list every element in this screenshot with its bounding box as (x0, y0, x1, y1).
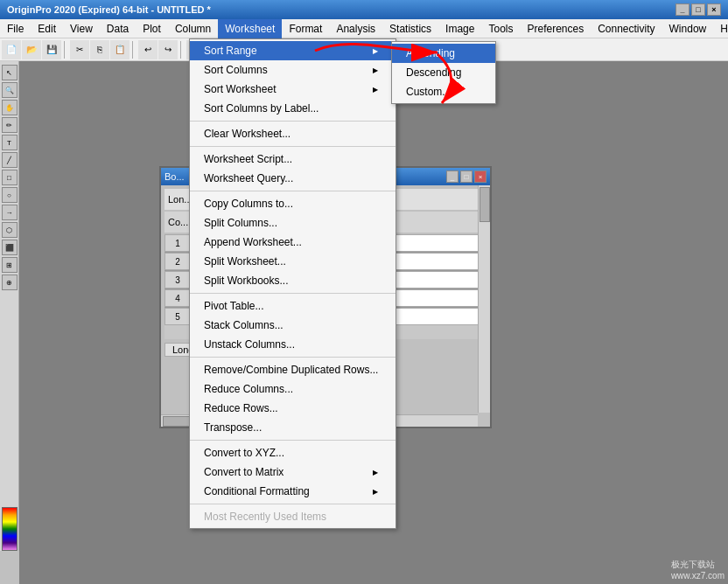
menu-image[interactable]: Image (438, 19, 481, 38)
tool-text[interactable]: T (2, 135, 18, 150)
menu-sort-worksheet[interactable]: Sort Worksheet (190, 80, 396, 99)
sort-descending[interactable]: Descending (392, 63, 495, 82)
watermark-url: www.xz7.com (671, 571, 724, 581)
menu-most-recently: Most Recently Used Items (190, 507, 396, 526)
watermark-logo: 极光下载站 (671, 559, 724, 571)
tool-poly[interactable]: ⬡ (2, 222, 18, 238)
tb-sep3 (180, 41, 184, 59)
menu-unstack-columns[interactable]: Unstack Columns... (190, 335, 396, 354)
menu-copy-columns[interactable]: Copy Columns to... (190, 194, 396, 213)
menu-format[interactable]: Format (282, 19, 329, 38)
ws-maximize[interactable]: □ (460, 170, 472, 183)
menu-pivot-table[interactable]: Pivot Table... (190, 296, 396, 316)
menu-tools[interactable]: Tools (481, 19, 520, 38)
maximize-button[interactable]: □ (691, 3, 705, 16)
tb-undo[interactable]: ↩ (138, 40, 158, 59)
sort-range-submenu: Ascending Descending Custom... (391, 41, 496, 104)
ws-minimize[interactable]: _ (446, 170, 458, 183)
title-text: OriginPro 2020 (Expired) 64-bit - UNTITL… (7, 4, 676, 15)
tb-sep1 (64, 41, 67, 59)
tb-redo[interactable]: ↪ (158, 40, 178, 59)
left-panel: ↖ 🔍 ✋ ✏ T ╱ □ ○ → ⬡ ⬛ ⊞ ⊕ (0, 61, 19, 551)
tb-save[interactable]: 💾 (42, 40, 61, 59)
worksheet-dropdown: Sort Range Ascending Descending Custom..… (189, 38, 396, 529)
title-bar: OriginPro 2020 (Expired) 64-bit - UNTITL… (0, 0, 728, 19)
menu-reduce-columns[interactable]: Reduce Columns... (190, 379, 396, 399)
menu-view[interactable]: View (63, 19, 100, 38)
menu-file[interactable]: File (0, 19, 31, 38)
tool-select[interactable]: ↖ (2, 65, 18, 80)
tool-draw[interactable]: ✏ (2, 117, 18, 133)
menu-data[interactable]: Data (100, 19, 136, 38)
sep-7 (190, 504, 396, 504)
tool-pan[interactable]: ✋ (2, 100, 18, 115)
menu-convert-xyz[interactable]: Convert to XYZ... (190, 443, 396, 462)
tb-copy[interactable]: ⎘ (90, 40, 109, 59)
menu-reduce-rows[interactable]: Reduce Rows... (190, 399, 396, 418)
sep-5 (190, 357, 396, 358)
menu-clear-worksheet[interactable]: Clear Worksheet... (190, 124, 396, 143)
menu-remove-duplicated[interactable]: Remove/Combine Duplicated Rows... (190, 360, 396, 379)
sep-4 (190, 293, 396, 294)
menu-split-columns[interactable]: Split Columns... (190, 213, 396, 233)
menu-convert-matrix[interactable]: Convert to Matrix (190, 462, 396, 482)
menu-window[interactable]: Window (662, 19, 714, 38)
tool-arrow[interactable]: → (2, 205, 18, 220)
sep-1 (190, 121, 396, 122)
sep-6 (190, 440, 396, 441)
menu-worksheet-script[interactable]: Worksheet Script... (190, 149, 396, 169)
worksheet-menu: Sort Range Ascending Descending Custom..… (189, 38, 396, 529)
sep-2 (190, 146, 396, 147)
sep-3 (190, 191, 396, 191)
close-button[interactable]: × (707, 3, 721, 16)
color-palette (2, 507, 18, 551)
watermark: 极光下载站 www.xz7.com (671, 559, 724, 581)
menu-help[interactable]: Help (713, 19, 728, 38)
menu-split-workbooks[interactable]: Split Workbooks... (190, 271, 396, 290)
tb-new[interactable]: 📄 (2, 40, 21, 59)
menu-plot[interactable]: Plot (136, 19, 168, 38)
menu-analysis[interactable]: Analysis (329, 19, 382, 38)
menu-split-worksheet[interactable]: Split Worksheet... (190, 252, 396, 271)
menu-statistics[interactable]: Statistics (382, 19, 438, 38)
tb-cut[interactable]: ✂ (70, 40, 89, 59)
menu-worksheet[interactable]: Worksheet (218, 19, 282, 38)
menu-bar: File Edit View Data Plot Column Workshee… (0, 19, 728, 38)
menu-edit[interactable]: Edit (31, 19, 63, 38)
ws-window-buttons: _ □ × (446, 170, 486, 183)
menu-connectivity[interactable]: Connectivity (591, 19, 662, 38)
tool-line[interactable]: ╱ (2, 152, 18, 168)
menu-preferences[interactable]: Preferences (520, 19, 591, 38)
tb-sep2 (132, 41, 136, 59)
menu-stack-columns[interactable]: Stack Columns... (190, 316, 396, 335)
tool-data[interactable]: ⊞ (2, 257, 18, 273)
tool-zoom[interactable]: 🔍 (2, 82, 18, 98)
menu-append-worksheet[interactable]: Append Worksheet... (190, 233, 396, 252)
menu-column[interactable]: Column (168, 19, 218, 38)
tool-circle[interactable]: ○ (2, 187, 18, 203)
menu-transpose[interactable]: Transpose... (190, 418, 396, 437)
minimize-button[interactable]: _ (676, 3, 690, 16)
tool-region[interactable]: ⬛ (2, 240, 18, 255)
tool-scale[interactable]: ⊕ (2, 275, 18, 290)
menu-worksheet-query[interactable]: Worksheet Query... (190, 169, 396, 188)
tool-rect[interactable]: □ (2, 170, 18, 185)
ws-col-co: Co... (168, 217, 188, 227)
sort-custom[interactable]: Custom... (392, 82, 495, 101)
menu-sort-columns[interactable]: Sort Columns (190, 60, 396, 80)
menu-sort-range[interactable]: Sort Range Ascending Descending Custom..… (190, 41, 396, 60)
sort-ascending[interactable]: Ascending (392, 44, 495, 63)
menu-conditional-formatting[interactable]: Conditional Formatting (190, 482, 396, 501)
ws-close[interactable]: × (474, 170, 486, 183)
menu-sort-columns-label[interactable]: Sort Columns by Label... (190, 99, 396, 118)
title-buttons: _ □ × (676, 3, 721, 16)
tb-open[interactable]: 📂 (22, 40, 41, 59)
tb-paste[interactable]: 📋 (110, 40, 130, 59)
